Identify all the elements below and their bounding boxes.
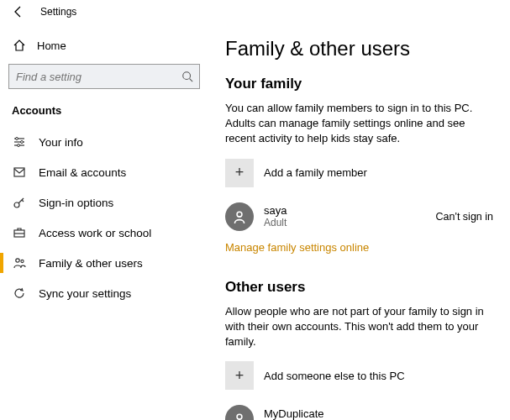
nav-list: Your info Email & accounts Sign-in optio… <box>0 127 200 308</box>
briefcase-icon <box>12 226 27 239</box>
sliders-icon <box>12 135 27 149</box>
sync-icon <box>12 286 27 300</box>
sidebar-item-access-work-school[interactable]: Access work or school <box>0 218 200 248</box>
back-button[interactable] <box>12 5 25 18</box>
home-label: Home <box>37 39 66 52</box>
home-button[interactable]: Home <box>8 32 200 59</box>
member-role: Adult <box>264 217 287 228</box>
titlebar: Settings <box>0 0 510 24</box>
category-heading: Accounts <box>8 101 200 127</box>
svg-point-5 <box>21 141 24 144</box>
home-icon <box>12 39 27 52</box>
member-name: saya <box>264 204 287 217</box>
sidebar-item-email-accounts[interactable]: Email & accounts <box>0 157 200 187</box>
sidebar-item-label: Your info <box>39 136 83 149</box>
svg-point-15 <box>21 260 24 262</box>
other-user-row[interactable]: MyDuplicate Local account <box>225 405 493 420</box>
search-input[interactable] <box>8 64 200 89</box>
sidebar-item-family-other-users[interactable]: Family & other users <box>0 248 200 278</box>
svg-rect-8 <box>14 168 24 176</box>
avatar-icon <box>225 405 254 420</box>
member-status: Can't sign in <box>436 211 493 223</box>
member-name: MyDuplicate <box>264 407 326 420</box>
manage-family-link[interactable]: Manage family settings online <box>225 241 369 254</box>
svg-point-7 <box>18 144 20 147</box>
svg-point-16 <box>237 212 242 217</box>
key-icon <box>12 196 27 209</box>
family-member-row[interactable]: saya Adult Can't sign in <box>225 202 493 231</box>
sidebar-item-label: Access work or school <box>39 227 151 239</box>
sidebar-item-your-info[interactable]: Your info <box>0 127 200 157</box>
add-family-member-button[interactable]: + Add a family member <box>225 159 493 187</box>
sidebar-item-label: Family & other users <box>39 257 143 270</box>
other-users-heading: Other users <box>225 279 493 296</box>
add-other-label: Add someone else to this PC <box>264 370 405 382</box>
svg-point-17 <box>237 414 242 419</box>
family-description: You can allow family members to sign in … <box>225 101 493 147</box>
svg-point-14 <box>16 259 19 262</box>
page-title: Family & other users <box>225 37 493 60</box>
sidebar: Home Accounts Your info <box>0 24 208 420</box>
sidebar-item-label: Sign-in options <box>39 197 113 209</box>
other-users-description: Allow people who are not part of your fa… <box>225 304 493 350</box>
sidebar-item-label: Sync your settings <box>39 287 131 300</box>
main-content: Family & other users Your family You can… <box>208 24 510 420</box>
sidebar-item-label: Email & accounts <box>39 166 126 179</box>
add-family-label: Add a family member <box>264 166 367 179</box>
svg-line-11 <box>22 200 24 202</box>
plus-icon: + <box>225 159 254 187</box>
window-title: Settings <box>40 6 76 18</box>
family-heading: Your family <box>225 76 493 92</box>
people-icon <box>12 256 27 270</box>
add-other-user-button[interactable]: + Add someone else to this PC <box>225 361 493 390</box>
mail-icon <box>12 165 27 179</box>
svg-point-3 <box>16 138 18 140</box>
plus-icon: + <box>225 361 254 390</box>
sidebar-item-sync-settings[interactable]: Sync your settings <box>0 278 200 308</box>
search-box[interactable] <box>8 64 200 89</box>
sidebar-item-signin-options[interactable]: Sign-in options <box>0 187 200 218</box>
avatar-icon <box>225 202 254 231</box>
